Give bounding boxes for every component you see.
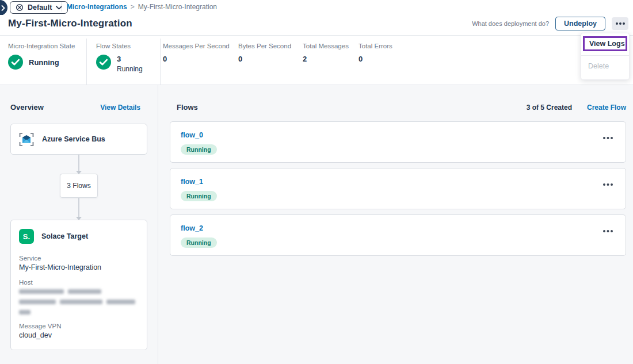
flow-list: flow_0 Running flow_1 Running flow_2 Run… bbox=[158, 112, 633, 256]
overview-panel: Overview View Details Azure Service Bus … bbox=[0, 85, 158, 364]
more-actions-menu: View Logs Delete bbox=[581, 33, 630, 80]
stat-micro-integration-state: Micro-Integration State Running bbox=[8, 43, 86, 85]
stat-label: Flow States bbox=[96, 43, 151, 49]
title-actions: What does deployment do? Undeploy bbox=[472, 17, 628, 30]
breadcrumb-current: My-First-Micro-Integration bbox=[138, 3, 217, 11]
service-value: My-First-Micro-Integration bbox=[19, 263, 139, 271]
view-details-link[interactable]: View Details bbox=[100, 104, 140, 112]
breadcrumb: Micro-Integrations > My-First-Micro-Inte… bbox=[67, 3, 217, 11]
stats-divider bbox=[86, 39, 87, 85]
metric-value: 0 bbox=[163, 55, 238, 63]
connector-arrow-down bbox=[78, 198, 79, 220]
ellipsis-icon bbox=[603, 230, 605, 232]
create-flow-link[interactable]: Create Flow bbox=[587, 104, 626, 112]
overview-heading: Overview bbox=[10, 103, 44, 112]
status-badge: Running bbox=[181, 237, 217, 248]
top-bar: Default Micro-Integrations > My-First-Mi… bbox=[0, 0, 633, 15]
flow-card-flow-1: flow_1 Running bbox=[170, 168, 626, 209]
source-node-azure-service-bus: Azure Service Bus bbox=[10, 124, 147, 155]
breadcrumb-micro-integrations-link[interactable]: Micro-Integrations bbox=[67, 3, 127, 11]
flow-states-count: 3 bbox=[117, 55, 143, 63]
flow-more-actions-button[interactable] bbox=[601, 133, 614, 143]
metric-label: Bytes Per Second bbox=[238, 43, 303, 49]
success-check-icon bbox=[8, 55, 23, 70]
flow-more-actions-button[interactable] bbox=[601, 180, 614, 189]
message-vpn-label: Message VPN bbox=[19, 323, 139, 329]
ellipsis-icon bbox=[603, 137, 605, 139]
flows-count-text: 3 of 5 Created bbox=[527, 104, 572, 112]
success-check-icon bbox=[96, 55, 111, 70]
stats-bar: Micro-Integration State Running Flow Sta… bbox=[0, 36, 633, 85]
message-vpn-value: cloud_dev bbox=[19, 331, 139, 339]
status-badge: Running bbox=[181, 191, 217, 201]
sidebar-expand-toggle[interactable] bbox=[0, 0, 7, 16]
environment-icon bbox=[16, 3, 24, 12]
flow-name-link[interactable]: flow_0 bbox=[181, 131, 203, 139]
environment-select[interactable]: Default bbox=[10, 1, 68, 14]
flows-panel: Flows 3 of 5 Created Create Flow flow_0 … bbox=[158, 85, 633, 364]
solace-icon: S. bbox=[19, 229, 34, 244]
flow-card-flow-0: flow_0 Running bbox=[170, 121, 626, 163]
more-actions-button[interactable] bbox=[612, 17, 628, 30]
connector-arrow-down bbox=[78, 155, 79, 174]
topbar-divider bbox=[62, 2, 62, 12]
target-node-name: Solace Target bbox=[41, 232, 88, 240]
content-area: Overview View Details Azure Service Bus … bbox=[0, 85, 633, 364]
status-badge: Running bbox=[181, 144, 217, 155]
ellipsis-icon bbox=[616, 22, 618, 25]
menu-item-view-logs[interactable]: View Logs bbox=[583, 36, 627, 51]
metric-label: Total Messages bbox=[303, 43, 359, 49]
flow-card-flow-2: flow_2 Running bbox=[170, 214, 626, 256]
environment-label: Default bbox=[28, 3, 52, 12]
metric-bytes-per-second: Bytes Per Second 0 bbox=[238, 43, 303, 85]
azure-service-bus-icon bbox=[18, 132, 35, 147]
metric-value: 2 bbox=[303, 55, 359, 63]
flow-name-link[interactable]: flow_1 bbox=[181, 178, 203, 186]
ellipsis-icon bbox=[603, 183, 605, 186]
stats-divider bbox=[160, 39, 161, 85]
stat-value: Running bbox=[29, 58, 59, 67]
metric-label: Total Errors bbox=[359, 43, 413, 49]
stat-flow-states: Flow States 3 Running bbox=[86, 43, 151, 85]
breadcrumb-separator: > bbox=[131, 3, 135, 11]
metric-value: 0 bbox=[359, 55, 413, 63]
host-value-redacted bbox=[19, 289, 139, 315]
flows-heading: Flows bbox=[177, 103, 198, 112]
host-label: Host bbox=[19, 279, 139, 286]
source-node-name: Azure Service Bus bbox=[42, 135, 105, 143]
metric-total-errors: Total Errors 0 bbox=[359, 43, 413, 85]
metric-messages-per-second: Messages Per Second 0 bbox=[163, 43, 238, 85]
title-bar: My-First-Micro-Integration What does dep… bbox=[0, 15, 633, 36]
metric-value: 0 bbox=[238, 55, 303, 63]
menu-item-delete[interactable]: Delete bbox=[581, 56, 629, 78]
service-label: Service bbox=[19, 255, 139, 262]
flow-more-actions-button[interactable] bbox=[601, 227, 614, 236]
flow-states-value: Running bbox=[117, 65, 143, 73]
target-node-solace: S. Solace Target Service My-First-Micro-… bbox=[10, 220, 147, 350]
flow-name-link[interactable]: flow_2 bbox=[181, 224, 203, 232]
micro-integration-page: Default Micro-Integrations > My-First-Mi… bbox=[0, 0, 633, 364]
metric-label: Messages Per Second bbox=[163, 43, 238, 49]
flows-count-node: 3 Flows bbox=[60, 174, 98, 198]
stat-label: Micro-Integration State bbox=[8, 43, 86, 49]
page-title: My-First-Micro-Integration bbox=[8, 18, 132, 29]
deployment-help-link[interactable]: What does deployment do? bbox=[472, 20, 549, 27]
metrics-group: Messages Per Second 0 Bytes Per Second 0… bbox=[151, 43, 413, 85]
chevron-right-icon bbox=[1, 5, 5, 11]
metric-total-messages: Total Messages 2 bbox=[303, 43, 359, 85]
undeploy-button[interactable]: Undeploy bbox=[555, 17, 605, 30]
